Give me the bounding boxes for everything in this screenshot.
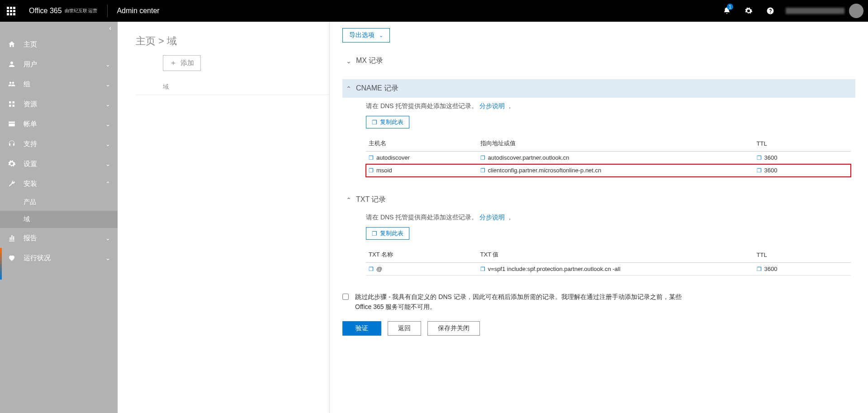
brand-operator: 由世纪互联 运营 xyxy=(65,8,98,14)
chart-icon xyxy=(7,233,16,242)
nav-label: 支持 xyxy=(24,140,105,148)
copy-icon[interactable]: ❐ xyxy=(757,155,762,161)
col-host: 主机名 xyxy=(366,136,478,152)
txt-records-table: TXT 名称 TXT 值 TTL ❐@ ❐v=spf1 include:spf.… xyxy=(366,247,851,275)
copy-icon[interactable]: ❐ xyxy=(480,266,485,272)
nav-sub-label: 域 xyxy=(24,215,30,223)
help-button[interactable] xyxy=(759,0,781,22)
brand: Office 365 由世纪互联 运营 xyxy=(22,7,104,15)
save-close-button[interactable]: 保存并关闭 xyxy=(427,321,480,336)
section-mx: ⌄ MX 记录 xyxy=(342,52,855,70)
chevron-down-icon: ⌄ xyxy=(105,121,110,128)
nav-setup-domains[interactable]: 域 xyxy=(0,211,118,228)
nav-label: 主页 xyxy=(24,40,110,49)
sidebar: ‹ 主页 用户 ⌄ 组 ⌄ 资源 ⌄ 帐单 ⌄ 支持 ⌄ xyxy=(0,22,118,413)
copy-table-button[interactable]: ❐ 复制此表 xyxy=(366,227,409,240)
copy-icon[interactable]: ❐ xyxy=(480,167,485,174)
nav-setup[interactable]: 安装 ⌃ xyxy=(0,174,118,194)
nav-label: 报告 xyxy=(24,234,105,242)
nav-health[interactable]: 运行状况 ⌄ xyxy=(0,248,118,268)
col-txt-name: TXT 名称 xyxy=(366,247,478,263)
notifications-button[interactable]: 1 xyxy=(716,0,738,22)
nav-billing[interactable]: 帐单 ⌄ xyxy=(0,114,118,134)
nav-label: 用户 xyxy=(24,60,105,69)
col-target: 指向地址或值 xyxy=(478,136,754,152)
export-options-button[interactable]: 导出选项 ⌄ xyxy=(342,28,390,43)
wrench-icon xyxy=(7,179,16,188)
plus-icon: ＋ xyxy=(170,58,177,68)
section-title: TXT 记录 xyxy=(356,195,386,204)
nav-label: 运行状况 xyxy=(24,254,105,262)
user-avatar[interactable] xyxy=(849,4,863,18)
nav-groups[interactable]: 组 ⌄ xyxy=(0,74,118,94)
user-icon xyxy=(7,60,16,69)
nav-reports[interactable]: 报告 ⌄ xyxy=(0,228,118,248)
section-txt-header[interactable]: ⌃ TXT 记录 xyxy=(342,190,855,209)
section-title: MX 记录 xyxy=(356,56,383,66)
chevron-down-icon: ⌄ xyxy=(105,235,110,242)
copy-icon[interactable]: ❐ xyxy=(757,266,762,272)
copy-icon[interactable]: ❐ xyxy=(369,266,374,272)
back-button[interactable]: 返回 xyxy=(388,321,421,336)
copy-icon: ❐ xyxy=(372,119,377,126)
copy-icon: ❐ xyxy=(372,230,377,237)
breadcrumb-home[interactable]: 主页 xyxy=(136,35,156,47)
add-label: 添加 xyxy=(180,59,194,67)
nav-label: 安装 xyxy=(24,180,105,188)
heart-icon xyxy=(7,253,16,262)
table-row: ❐autodiscover ❐autodiscover.partner.outl… xyxy=(366,152,851,164)
nav-label: 资源 xyxy=(24,100,105,109)
chevron-down-icon: ⌄ xyxy=(105,101,110,108)
copy-icon[interactable]: ❐ xyxy=(369,167,374,174)
settings-button[interactable] xyxy=(738,0,759,22)
cname-records-table: 主机名 指向地址或值 TTL ❐autodiscover ❐autodiscov… xyxy=(366,136,851,177)
app-title: Admin center xyxy=(110,7,166,15)
copy-table-button[interactable]: ❐ 复制此表 xyxy=(366,116,409,128)
home-icon xyxy=(7,40,16,49)
copy-icon[interactable]: ❐ xyxy=(369,155,374,161)
nav-support[interactable]: 支持 ⌄ xyxy=(0,134,118,154)
gear-icon xyxy=(745,7,753,15)
app-launcher-button[interactable] xyxy=(0,0,22,22)
card-icon xyxy=(7,119,16,128)
chevron-down-icon: ⌄ xyxy=(105,141,110,147)
nav-users[interactable]: 用户 ⌄ xyxy=(0,54,118,74)
chevron-left-icon: ‹ xyxy=(109,24,111,32)
col-ttl: TTL xyxy=(754,136,851,152)
chevron-up-icon: ⌃ xyxy=(105,180,110,187)
action-buttons: 验证 返回 保存并关闭 xyxy=(342,321,855,336)
section-cname-header[interactable]: ⌃ CNAME 记录 xyxy=(342,79,855,98)
step-by-step-link[interactable]: 分步说明 xyxy=(479,214,505,221)
col-ttl: TTL xyxy=(754,247,851,263)
skip-step-text: 跳过此步骤 - 我具有自定义的 DNS 记录，因此可在稍后添加所需的记录。我理解… xyxy=(355,292,690,312)
sidebar-collapse-button[interactable]: ‹ xyxy=(0,22,118,34)
copy-icon[interactable]: ❐ xyxy=(480,155,485,161)
section-txt: ⌃ TXT 记录 请在 DNS 托管提供商处添加这些记录。 分步说明 ， ❐ 复… xyxy=(342,190,855,280)
suite-bar: Office 365 由世纪互联 运营 Admin center 1 xyxy=(0,0,868,22)
nav-setup-products[interactable]: 产品 xyxy=(0,194,118,211)
nav-resources[interactable]: 资源 ⌄ xyxy=(0,94,118,114)
gear-icon xyxy=(7,159,16,168)
add-domain-button[interactable]: ＋ 添加 xyxy=(163,55,201,71)
nav-settings[interactable]: 设置 ⌄ xyxy=(0,154,118,174)
section-cname-body: 请在 DNS 托管提供商处添加这些记录。 分步说明 ， ❐ 复制此表 主机名 指… xyxy=(342,98,855,181)
main-area: 主页 > 域 ＋ 添加 域 导出选项 ⌄ ⌄ MX 记录 xyxy=(118,22,868,413)
nav-home[interactable]: 主页 xyxy=(0,34,118,54)
resource-icon xyxy=(7,100,16,109)
section-title: CNAME 记录 xyxy=(356,84,398,93)
section-txt-body: 请在 DNS 托管提供商处添加这些记录。 分步说明 ， ❐ 复制此表 TXT 名… xyxy=(342,209,855,280)
copy-icon[interactable]: ❐ xyxy=(757,167,762,174)
nav-label: 组 xyxy=(24,80,105,89)
table-row: ❐@ ❐v=spf1 include:spf.protection.partne… xyxy=(366,263,851,275)
step-by-step-link[interactable]: 分步说明 xyxy=(479,102,505,109)
section-cname: ⌃ CNAME 记录 请在 DNS 托管提供商处添加这些记录。 分步说明 ， ❐… xyxy=(342,79,855,181)
chevron-down-icon: ⌄ xyxy=(105,61,110,68)
skip-step-checkbox[interactable] xyxy=(342,294,349,300)
chevron-up-icon: ⌃ xyxy=(346,196,354,204)
chevron-down-icon: ⌄ xyxy=(105,81,110,88)
breadcrumb-sep: > xyxy=(156,35,167,47)
verify-button[interactable]: 验证 xyxy=(342,321,381,336)
notification-badge: 1 xyxy=(727,4,733,10)
help-icon xyxy=(766,7,774,15)
section-mx-header[interactable]: ⌄ MX 记录 xyxy=(342,52,855,70)
